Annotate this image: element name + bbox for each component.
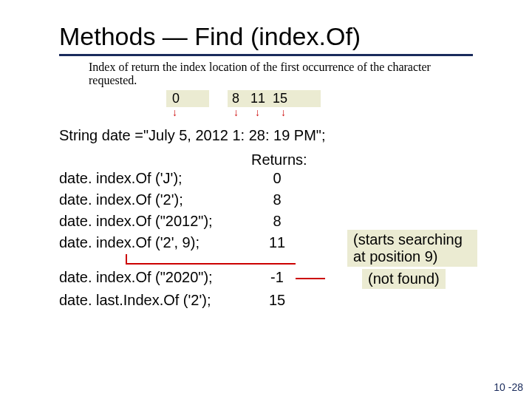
index-0: 0 bbox=[166, 90, 209, 107]
index-8: 8 bbox=[232, 91, 239, 106]
returns-header: Returns: bbox=[251, 151, 488, 168]
table-row: date. index.Of ('J'); 0 bbox=[59, 170, 488, 187]
arrow-icon: ↓ bbox=[255, 106, 260, 118]
arrow-icon: ↓ bbox=[233, 106, 239, 118]
code-example: String date ="July 5, 2012 1: 28: 19 PM"… bbox=[59, 127, 488, 144]
index-markers: 0 8 11 15 ↓ ↓ ↓ ↓ bbox=[89, 90, 488, 127]
method-call: date. index.Of ("2020"); bbox=[59, 269, 251, 286]
return-value: 15 bbox=[251, 292, 303, 309]
table-row: date. index.Of ('2', 9); 11 (starts sear… bbox=[59, 234, 488, 251]
method-call: date. index.Of ('2', 9); bbox=[59, 234, 251, 251]
return-value: 11 bbox=[251, 234, 303, 251]
return-value: 8 bbox=[251, 213, 303, 230]
method-call: date. index.Of ('2'); bbox=[59, 191, 251, 208]
table-row: date. last.Index.Of ('2'); 15 bbox=[59, 292, 488, 309]
arrow-icon: ↓ bbox=[172, 106, 177, 118]
slide-number: 10 -28 bbox=[494, 381, 523, 393]
callout-line-icon bbox=[126, 254, 127, 263]
note-notfound: (not found) bbox=[362, 269, 446, 289]
table-row: date. index.Of ("2012"); 8 bbox=[59, 213, 488, 230]
slide-title: Methods — Find (index.Of) bbox=[59, 22, 473, 56]
description-text: Index of return the index location of th… bbox=[89, 61, 473, 87]
index-15: 15 bbox=[273, 91, 287, 106]
results-table: Returns: date. index.Of ('J'); 0 date. i… bbox=[59, 151, 488, 309]
callout-line-icon bbox=[126, 263, 296, 265]
return-value: 0 bbox=[251, 170, 303, 187]
index-group: 8 11 15 bbox=[228, 90, 321, 107]
table-row: date. index.Of ('2'); 8 bbox=[59, 191, 488, 208]
method-call: date. index.Of ('J'); bbox=[59, 170, 251, 187]
return-value: 8 bbox=[251, 191, 303, 208]
method-call: date. index.Of ("2012"); bbox=[59, 213, 251, 230]
table-row: date. index.Of ("2020"); -1 (not found) bbox=[59, 269, 488, 286]
arrow-icon: ↓ bbox=[281, 106, 286, 118]
index-11: 11 bbox=[250, 91, 265, 106]
method-call: date. last.Index.Of ('2'); bbox=[59, 292, 251, 309]
callout-line-icon bbox=[296, 278, 325, 279]
